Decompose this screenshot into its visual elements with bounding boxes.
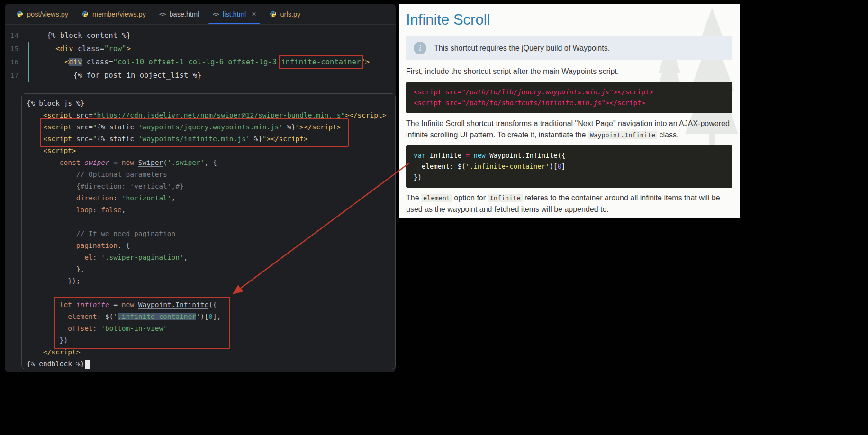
- code-token: <script: [43, 123, 72, 131]
- code-line: },: [27, 263, 395, 275]
- code-token: ],: [213, 313, 221, 320]
- code-token: Waypoint.Infinite({: [486, 152, 566, 159]
- code-line: }): [414, 172, 725, 183]
- code-token: Swiper: [138, 159, 163, 167]
- url-link[interactable]: https://cdn.jsdelivr.net/npm/swiper@12/s…: [97, 111, 341, 119]
- code-line: var infinite = new Waypoint.Infinite({: [414, 150, 725, 161]
- code-token: <div: [55, 45, 73, 53]
- line-number: 14: [5, 29, 31, 42]
- code-token: direction: [76, 194, 114, 202]
- code-line: <script src="/path/to/shortcuts/infinite…: [414, 98, 725, 109]
- html-file-icon: <>: [212, 10, 219, 18]
- code-token: $(: [105, 313, 113, 320]
- code-token: [27, 325, 68, 332]
- code-token: }): [60, 336, 68, 344]
- tab-base.html[interactable]: <>base.html: [153, 4, 206, 24]
- code-token: <script: [43, 135, 72, 143]
- code-token: {% static: [97, 135, 138, 143]
- code-editor-panel[interactable]: post/views.pymember/views.py<>base.html<…: [5, 4, 396, 372]
- code-token: [81, 159, 85, 166]
- code-token: [134, 159, 138, 166]
- line-number: 17: [5, 69, 31, 82]
- code-token: >: [266, 135, 271, 143]
- tab-close-icon[interactable]: ×: [252, 10, 256, 18]
- code-token: [73, 45, 78, 53]
- code-line: pagination: {: [27, 240, 395, 252]
- code-token: <script: [43, 111, 72, 119]
- code-token: :: [93, 254, 101, 261]
- code-token: :: [93, 325, 101, 332]
- code-token: }): [414, 173, 422, 181]
- code-token: :: [93, 206, 101, 214]
- tab-label: list.html: [223, 10, 246, 18]
- tab-post/views.py[interactable]: post/views.py: [9, 4, 75, 24]
- code-token: , {: [204, 159, 217, 166]
- code-token: {% static: [97, 123, 138, 131]
- code-line: <script src="/path/to/lib/jquery.waypoin…: [414, 87, 725, 98]
- code-token: '.infinite-container': [466, 163, 550, 170]
- tab-member/views.py[interactable]: member/views.py: [75, 4, 153, 24]
- code-line: element: $('.infinite-container')[0]: [414, 161, 725, 172]
- code-token: },: [76, 265, 84, 273]
- code-token: =: [109, 301, 122, 308]
- code-token: {% block content %}: [47, 31, 131, 40]
- code-token: ": [296, 123, 300, 131]
- code-token: %}: [250, 135, 262, 143]
- code-token: [27, 171, 76, 178]
- code-token: ]: [561, 163, 565, 170]
- editor-top-code[interactable]: 14 {% block content %}15 <div class="row…: [5, 25, 396, 82]
- code-line: let infinite = new Waypoint.Infinite({: [27, 299, 395, 311]
- code-token: [27, 147, 43, 154]
- code-token: .infinite-container: [118, 313, 196, 320]
- code-token: "/path/to/lib/jquery.waypoints.min.js": [461, 88, 613, 96]
- info-icon: i: [414, 42, 426, 54]
- code-token: 'horizontal': [122, 194, 172, 202]
- code-token: [27, 135, 43, 143]
- tab-urls.py[interactable]: urls.py: [263, 4, 307, 24]
- code-token: infinite: [76, 301, 109, 308]
- code-token: [38, 31, 47, 40]
- code-token: 'bottom-in-view': [101, 325, 167, 332]
- code-token: src: [76, 135, 89, 143]
- code-token: ": [361, 58, 365, 66]
- code-token: [72, 301, 76, 308]
- code-token: ': [113, 313, 118, 320]
- code-token: <script src=: [414, 88, 461, 96]
- info-icon-glyph: i: [419, 44, 421, 53]
- code-token: [27, 182, 76, 190]
- tab-bar: post/views.pymember/views.py<>base.html<…: [5, 4, 396, 25]
- code-token: ': [196, 313, 200, 320]
- code-token: {% for post in object_list %}: [73, 71, 202, 80]
- code-token: <script src=: [414, 99, 461, 107]
- code-token: )[: [200, 313, 208, 320]
- code-line: <script>: [27, 145, 395, 157]
- code-token: <script>: [43, 147, 76, 154]
- code-token: class: [87, 58, 109, 66]
- code-line: loop: false,: [27, 204, 395, 216]
- code-line: <script src="{% static 'waypoints/jquery…: [27, 121, 395, 133]
- code-token: ></script>: [613, 88, 653, 96]
- doc-title: Infinite Scroll: [406, 11, 732, 28]
- screenshot-root: post/views.pymember/views.py<>base.html<…: [0, 0, 868, 435]
- code-token: (: [163, 159, 167, 166]
- code-token: [27, 111, 43, 119]
- python-file-icon: [270, 10, 277, 18]
- code-token: [38, 58, 64, 66]
- tab-label: post/views.py: [27, 10, 68, 18]
- code-token: ></script>: [606, 99, 645, 107]
- code-line: }): [27, 335, 395, 346]
- code-token: infinite: [425, 152, 465, 159]
- editor-js-block[interactable]: {% block js %} <script src="https://cdn.…: [21, 93, 396, 369]
- code-token: [27, 194, 76, 202]
- code-token: [27, 265, 76, 273]
- code-token: // Optional parameters: [76, 171, 167, 178]
- code-line: </script>: [27, 346, 395, 358]
- code-token: >: [127, 45, 131, 53]
- code-token: '.swiper-pagination': [101, 254, 184, 261]
- code-token: <: [64, 58, 69, 66]
- doc-code-instantiate: var infinite = new Waypoint.Infinite({ e…: [406, 145, 732, 188]
- line-number: 15: [5, 42, 31, 55]
- tab-list.html[interactable]: <>list.html×: [206, 4, 262, 24]
- text-caret: [85, 360, 90, 369]
- code-token: {% endblock %}: [27, 360, 84, 368]
